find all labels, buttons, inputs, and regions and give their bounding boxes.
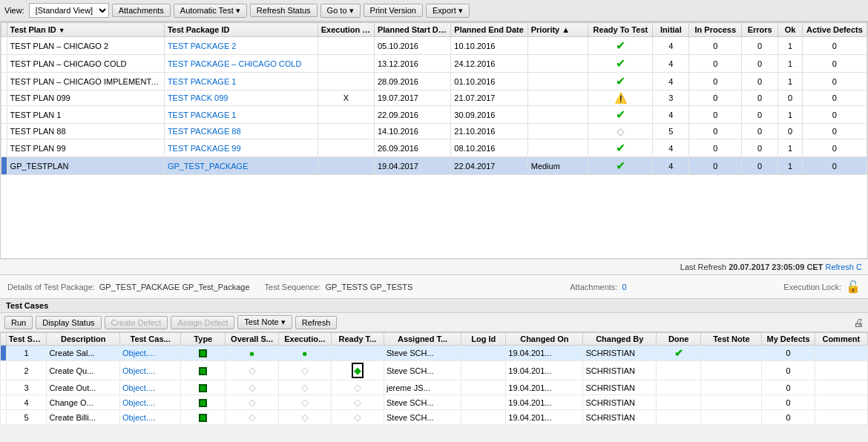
tc-overall-cell: ◇ (226, 410, 278, 425)
ok-cell: 0 (778, 124, 803, 139)
table-row[interactable]: TEST PLAN 1TEST PACKAGE 122.09.201630.09… (1, 106, 867, 124)
tc-ready-cell: ◇ (331, 395, 384, 410)
tc-col-logid[interactable]: Log Id (461, 333, 506, 346)
tc-col-desc[interactable]: Description (47, 333, 120, 346)
col-planned-end[interactable]: Planned End Date (451, 23, 527, 37)
print-icon[interactable]: 🖨 (853, 317, 864, 329)
active_defects-cell: 0 (802, 73, 867, 90)
ok-cell: 1 (778, 55, 803, 73)
tc-mydefects-cell: 0 (762, 361, 815, 380)
tc-col-execution[interactable]: Executio... (278, 333, 331, 346)
planned-end-cell: 08.10.2016 (451, 139, 527, 157)
tc-col-seq[interactable]: Test Seq... (6, 333, 47, 346)
tc-desc-cell: Change O... (47, 395, 120, 410)
table-row[interactable]: GP_TESTPLANGP_TEST_PACKAGE19.04.201722.0… (1, 157, 867, 175)
refresh-link[interactable]: Refresh C (825, 263, 862, 271)
refresh-status-button[interactable]: Refresh Status (250, 4, 318, 17)
tc-col-mydefects[interactable]: My Defects (762, 333, 815, 346)
tc-col-testnote[interactable]: Test Note (701, 333, 762, 346)
table-row[interactable]: TEST PLAN – CHICAGO IMPLEMENTATIONTEST P… (1, 73, 867, 90)
tc-mydefects-cell: 0 (762, 395, 815, 410)
tc-case-cell[interactable]: Object.... (120, 410, 181, 425)
pkg-id-cell[interactable]: TEST PACKAGE 1 (164, 106, 318, 124)
automatic-test-button[interactable]: Automatic Test ▾ (174, 4, 247, 18)
pkg-id-cell[interactable]: TEST PACKAGE 1 (164, 73, 318, 90)
initial-cell: 4 (653, 106, 689, 124)
planned-end-cell: 10.10.2016 (451, 37, 527, 55)
attachments-count[interactable]: 0 (622, 283, 626, 291)
tc-col-changedon[interactable]: Changed On (506, 333, 583, 346)
tc-refresh-button[interactable]: Refresh (295, 316, 338, 329)
assign-defect-button[interactable]: Assign Defect (171, 316, 234, 329)
view-label: View: (4, 6, 24, 15)
pkg-id-cell[interactable]: GP_TEST_PACKAGE (164, 157, 318, 175)
col-pkg-id[interactable]: Test Package ID (164, 23, 318, 37)
col-ready[interactable]: Ready To Test (588, 23, 653, 37)
tc-col-changedby[interactable]: Changed By (583, 333, 657, 346)
table-row[interactable]: TEST PLAN – CHICAGO 2TEST PACKAGE 205.10… (1, 37, 867, 55)
ready-cell: ✔ (588, 73, 653, 90)
tc-case-cell[interactable]: Object.... (120, 361, 181, 380)
pkg-id-cell[interactable]: TEST PACKAGE – CHICAGO COLD (164, 55, 318, 73)
test-sequence-group: Test Sequence: GP_TESTS GP_TESTS (265, 283, 413, 291)
tc-case-cell[interactable]: Object.... (120, 380, 181, 395)
table-row[interactable]: TEST PLAN – CHICAGO COLDTEST PACKAGE – C… (1, 55, 867, 73)
priority-cell (527, 124, 588, 139)
table-row[interactable]: TEST PLAN 099TEST PACK 099X19.07.201721.… (1, 90, 867, 106)
lock-icon[interactable]: 🔓 (846, 280, 861, 294)
tc-col-type[interactable]: Type (181, 333, 226, 346)
plan-id-cell: GP_TESTPLAN (7, 157, 164, 175)
tc-row-marker (1, 410, 7, 425)
pkg-id-cell[interactable]: TEST PACKAGE 88 (164, 124, 318, 139)
tc-case-cell[interactable]: Object.... (120, 395, 181, 410)
exec-forbidden-cell (318, 124, 374, 139)
display-status-button[interactable]: Display Status (36, 316, 101, 329)
pkg-id-cell[interactable]: TEST PACKAGE 2 (164, 37, 318, 55)
export-button[interactable]: Export ▾ (426, 4, 470, 18)
tc-table-row[interactable]: 4Change O...Object....◇◇◇Steve SCH...19.… (1, 395, 868, 410)
tc-table-row[interactable]: 2Create Qu...Object....◇◇◆Steve SCH...19… (1, 361, 868, 380)
col-active-defects[interactable]: Active Defects (802, 23, 867, 37)
in_process-cell: 0 (689, 37, 742, 55)
col-in-process[interactable]: In Process (689, 23, 742, 37)
refresh-timestamp: 20.07.2017 23:05:09 CET (729, 263, 823, 271)
col-exec-forbidden[interactable]: Execution Forbidden (318, 23, 374, 37)
col-planned-start[interactable]: Planned Start Date (374, 23, 450, 37)
col-errors[interactable]: Errors (742, 23, 778, 37)
row-marker (1, 73, 7, 90)
tc-table-row[interactable]: 5Create Billi...Object....◇◇◇Steve SCH..… (1, 410, 868, 425)
table-row[interactable]: TEST PLAN 99TEST PACKAGE 9926.09.201608.… (1, 139, 867, 157)
col-initial[interactable]: Initial (653, 23, 689, 37)
tc-table-row[interactable]: 3Create Out...Object....◇◇◇jereme JS...1… (1, 380, 868, 395)
tc-col-assigned[interactable]: Assigned T... (384, 333, 461, 346)
tc-col-testcase[interactable]: Test Cas... (120, 333, 181, 346)
planned-end-cell: 21.07.2017 (451, 90, 527, 106)
attachments-button[interactable]: Attachments (112, 4, 171, 17)
tc-case-cell[interactable]: Object.... (120, 346, 181, 361)
tc-col-done[interactable]: Done (657, 333, 701, 346)
print-version-button[interactable]: Print Version (364, 4, 423, 17)
pkg-id-cell[interactable]: TEST PACKAGE 99 (164, 139, 318, 157)
tc-table-row[interactable]: 1Create Sal...Object....●●Steve SCH...19… (1, 346, 868, 361)
tc-col-comment[interactable]: Comment (815, 333, 867, 346)
col-ok[interactable]: Ok (778, 23, 803, 37)
tc-changedon-cell: 19.04.201... (506, 361, 583, 380)
pkg-id-cell[interactable]: TEST PACK 099 (164, 90, 318, 106)
tc-col-overall[interactable]: Overall S... (226, 333, 278, 346)
tc-col-ready[interactable]: Ready T... (331, 333, 384, 346)
row-marker (1, 55, 7, 73)
exec-forbidden-cell (318, 157, 374, 175)
run-button[interactable]: Run (4, 316, 33, 329)
go-to-button[interactable]: Go to ▾ (320, 4, 361, 18)
col-plan-id[interactable]: Test Plan ID ▼ (7, 23, 164, 37)
execution-lock-group: Execution Lock: 🔓 (783, 280, 861, 294)
tc-changedon-cell: 19.04.201... (506, 346, 583, 361)
row-marker (1, 157, 7, 175)
view-select[interactable]: [Standard View] (29, 3, 109, 18)
create-defect-button[interactable]: Create Defect (105, 316, 168, 329)
planned-end-cell: 30.09.2016 (451, 106, 527, 124)
tc-table-body: 1Create Sal...Object....●●Steve SCH...19… (1, 346, 868, 425)
test-note-button[interactable]: Test Note (237, 315, 292, 329)
col-priority[interactable]: Priority ▲ (527, 23, 588, 37)
table-row[interactable]: TEST PLAN 88TEST PACKAGE 8814.10.201621.… (1, 124, 867, 139)
